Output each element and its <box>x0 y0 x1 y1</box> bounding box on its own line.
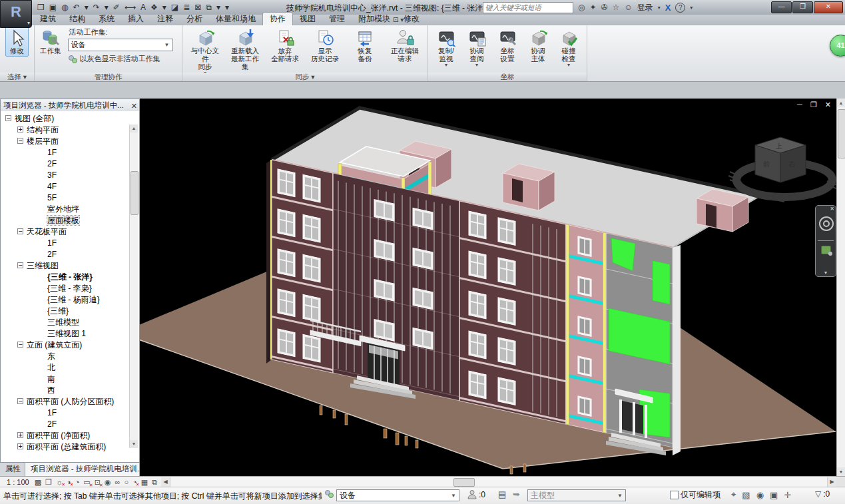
ribbon-tab[interactable]: 管理 <box>322 13 352 25</box>
tree-item[interactable]: −三维视图 <box>1 260 139 272</box>
tree-item[interactable]: 1F <box>1 407 139 419</box>
tree-item[interactable]: 3F <box>1 170 139 181</box>
tree-item[interactable]: 4F <box>1 181 139 192</box>
tree-item[interactable]: {三维} <box>1 306 139 317</box>
worksharing-display-icon[interactable]: ▤ <box>498 489 506 499</box>
hscroll-thumb[interactable] <box>453 478 475 487</box>
browser-tab[interactable]: 属性 <box>0 463 25 476</box>
tree-item[interactable]: 三维模型 <box>1 317 139 328</box>
application-menu-button[interactable]: R ▾ <box>0 0 32 28</box>
qat-icon[interactable]: ❖ <box>150 3 158 12</box>
qat-icon[interactable]: ↷ <box>93 3 100 12</box>
tree-expander-icon[interactable]: − <box>17 138 23 144</box>
view-control-icon[interactable]: ☼✕ <box>56 478 63 486</box>
tree-expander-icon[interactable] <box>38 307 44 313</box>
tree-expander-icon[interactable]: − <box>17 342 23 348</box>
qat-icon[interactable]: ◪ <box>171 3 178 12</box>
qat-icon[interactable]: ◍ <box>61 3 68 12</box>
tree-expander-icon[interactable] <box>38 148 44 154</box>
steering-wheel-icon[interactable] <box>819 216 834 231</box>
scroll-up-icon[interactable]: ▲ <box>837 99 845 107</box>
panel-footer-sync[interactable]: 同步 ▾ <box>182 73 427 81</box>
tree-expander-icon[interactable] <box>38 296 44 302</box>
tree-expander-icon[interactable] <box>38 194 44 200</box>
tree-expander-icon[interactable] <box>38 160 44 166</box>
view-scale-button[interactable]: 1 : 100 <box>0 478 35 486</box>
signin-caret-icon[interactable]: ▾ <box>658 5 661 11</box>
viewcube[interactable]: 上 前 右 <box>728 137 836 202</box>
ribbon-button[interactable]: 重新载入 最新工作集 <box>225 27 265 77</box>
tree-item[interactable]: 屋面楼板 <box>1 215 139 226</box>
hscroll-left-icon[interactable]: ◀ <box>161 477 170 487</box>
minimize-button[interactable]: — <box>771 1 792 13</box>
view-control-icon[interactable]: ○ <box>124 478 129 486</box>
view-control-icon[interactable]: ▩ <box>35 478 41 487</box>
scroll-down-icon[interactable]: ▼ <box>130 440 138 448</box>
vertical-scrollbar[interactable]: ▲ ▼ <box>836 99 845 476</box>
editable-only-checkbox[interactable]: 仅可编辑项 <box>670 489 720 501</box>
infocenter-icon[interactable]: ◎ <box>578 3 585 12</box>
tree-item[interactable]: −视图 (全部) <box>1 113 139 125</box>
view-minimize-icon[interactable]: ─ <box>797 101 802 109</box>
worksets-button[interactable]: 工作集 <box>37 27 64 57</box>
scroll-thumb[interactable] <box>131 171 139 215</box>
tree-item[interactable]: +面积平面 (总建筑面积) <box>1 441 139 453</box>
tree-item[interactable]: 1F <box>1 147 139 158</box>
tree-expander-icon[interactable]: − <box>5 115 11 121</box>
tree-item[interactable]: 5F <box>1 192 139 204</box>
tree-expander-icon[interactable] <box>38 273 44 279</box>
qat-icon[interactable]: ▾ <box>225 3 229 12</box>
active-workset-status-select[interactable]: 设备▼ <box>336 489 459 501</box>
view-control-icon[interactable]: ▦ <box>141 478 148 487</box>
view-control-icon[interactable]: ❒ <box>45 478 52 487</box>
tree-item[interactable]: 西 <box>1 385 139 396</box>
tree-expander-icon[interactable] <box>38 239 44 245</box>
browser-close-icon[interactable]: ✕ <box>131 100 137 112</box>
tree-item[interactable]: −面积平面 (人防分区面积) <box>1 396 139 407</box>
gray-inactive-worksets-toggle[interactable]: 以灰色显示非活动工作集 <box>68 54 173 64</box>
qat-icon[interactable]: ⊠ <box>194 3 201 12</box>
design-options-icon[interactable]: ➥ <box>513 489 520 499</box>
ribbon-button[interactable]: 碰撞 检查 ▾ <box>553 27 584 69</box>
tree-item[interactable]: {三维 - 李枭} <box>1 283 139 294</box>
ribbon-tab[interactable]: 体量和场地 <box>209 13 262 25</box>
tree-expander-icon[interactable] <box>38 205 44 211</box>
qat-icon[interactable]: ▾ <box>85 3 89 12</box>
checkbox-icon[interactable] <box>670 491 679 499</box>
modify-button[interactable]: 修改 <box>5 27 29 57</box>
drawing-area[interactable]: 上 前 右 ─ ❐ ✕ ✕ ▾ <box>140 99 836 476</box>
tree-expander-icon[interactable] <box>38 171 44 177</box>
view-control-icon[interactable]: ◉ <box>105 478 111 487</box>
navigation-bar[interactable]: ✕ ▾ <box>815 205 836 277</box>
editing-requests-button[interactable]: :0 <box>467 489 485 500</box>
ribbon-tab[interactable]: 协作 <box>262 12 293 25</box>
qat-icon[interactable]: ⧉ <box>206 3 212 12</box>
tree-expander-icon[interactable] <box>38 364 44 370</box>
ribbon-button[interactable]: 恢复 备份 <box>345 27 385 69</box>
tree-item[interactable]: −楼层平面 <box>1 136 139 147</box>
ribbon-tab[interactable]: 系统 <box>92 13 121 25</box>
navbar-close-icon[interactable]: ✕ <box>830 206 834 212</box>
panel-footer-select[interactable]: 选择 ▾ <box>0 73 34 81</box>
tree-expander-icon[interactable] <box>38 352 44 358</box>
ribbon-tab[interactable]: 建筑 <box>33 13 63 25</box>
tree-expander-icon[interactable] <box>38 318 44 324</box>
selection-option-icon[interactable]: ▧ <box>742 490 750 500</box>
view-control-icon[interactable]: ◔✕ <box>133 478 137 486</box>
tree-expander-icon[interactable] <box>38 375 44 381</box>
qat-icon[interactable]: ▾ <box>216 3 220 12</box>
restore-button[interactable]: ❐ <box>792 1 813 13</box>
tree-expander-icon[interactable]: + <box>17 126 23 132</box>
horizontal-scrollbar[interactable] <box>170 477 828 487</box>
design-option-select[interactable]: 主模型▼ <box>527 489 626 501</box>
browser-tab[interactable]: 项目浏览器 - 技师学院机电培训... <box>25 463 140 476</box>
tree-item[interactable]: +面积平面 (净面积) <box>1 430 139 441</box>
qat-icon[interactable]: ▾ <box>162 3 166 12</box>
tree-expander-icon[interactable] <box>38 182 44 188</box>
ribbon-button[interactable]: 坐标 设置 <box>492 27 523 69</box>
active-workset-select[interactable]: 设备▼ <box>68 39 173 51</box>
ribbon-button[interactable]: 协调 主体 <box>523 27 553 69</box>
zoom-tool-icon[interactable] <box>821 246 831 254</box>
tree-expander-icon[interactable] <box>38 420 44 426</box>
tree-item[interactable]: 室外地坪 <box>1 204 139 215</box>
